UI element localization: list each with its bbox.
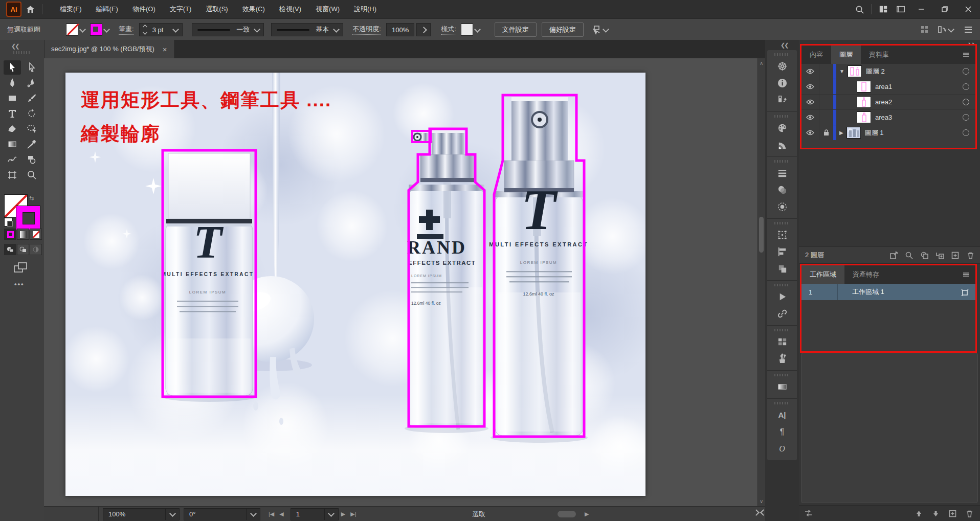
layer-thumbnail[interactable]	[857, 111, 871, 123]
color-guide-icon[interactable]	[767, 137, 797, 153]
first-artboard-icon[interactable]: |◀	[269, 511, 274, 517]
rotation-dropdown[interactable]: 0°	[184, 508, 260, 520]
layer-row[interactable]: area1	[801, 79, 975, 95]
stroke-weight-field[interactable]: 3 pt	[139, 23, 183, 36]
panel-menu-icon[interactable]	[962, 46, 975, 64]
draw-behind-mode-button[interactable]	[17, 244, 29, 255]
draw-normal-mode-button[interactable]	[4, 244, 16, 255]
scroll-down-icon[interactable]: ∨	[760, 499, 763, 504]
layer-thumbnail[interactable]	[847, 127, 861, 139]
new-layer-icon[interactable]	[951, 251, 960, 260]
artboard-name[interactable]: 工作區域 1	[838, 284, 961, 300]
none-button[interactable]	[30, 229, 42, 240]
layer-target-icon[interactable]	[963, 114, 969, 121]
rotation-value[interactable]: 0°	[184, 510, 246, 518]
toolbar-drag-handle[interactable]	[13, 51, 31, 54]
eyedropper-tool[interactable]	[23, 137, 40, 151]
width-profile-dropdown[interactable]: 一致	[192, 23, 264, 36]
panel-menu-icon[interactable]	[962, 265, 975, 284]
pathfinder-icon[interactable]	[767, 260, 797, 277]
workspace-switcher-icon[interactable]	[892, 0, 909, 18]
window-restore-button[interactable]	[933, 0, 956, 18]
next-artboard-icon[interactable]: ▶	[341, 511, 345, 517]
zoom-level-value[interactable]: 100%	[103, 510, 165, 518]
style-swatch[interactable]	[461, 24, 473, 36]
stroke-weight-stepper[interactable]	[142, 24, 148, 35]
artboard-row[interactable]: 1 工作區域 1	[801, 284, 975, 300]
layer-name[interactable]: area2	[875, 98, 892, 106]
lock-toggle[interactable]	[819, 79, 833, 94]
style-dropdown[interactable]	[461, 24, 482, 36]
menu-effect[interactable]: 效果(C)	[235, 0, 272, 18]
canvas-area[interactable]: T MULTI EFFECTS EXTRACT LOREM IPSUM	[44, 58, 765, 506]
horizontal-scroll-thumb[interactable]	[558, 511, 576, 517]
stroke-icon[interactable]	[767, 165, 797, 182]
delete-layer-icon[interactable]	[966, 251, 975, 260]
lock-toggle[interactable]	[819, 95, 833, 109]
layer-row[interactable]: ▼ 圖層 2	[801, 64, 975, 79]
width-tool[interactable]	[4, 152, 21, 167]
menu-help[interactable]: 說明(H)	[347, 0, 384, 18]
stroke-weight-value[interactable]: 3 pt	[149, 26, 167, 34]
transparency-icon[interactable]	[767, 182, 797, 198]
arrange-documents-icon[interactable]	[875, 0, 892, 18]
make-release-clip-icon[interactable]	[889, 251, 898, 260]
tab-libraries[interactable]: 資料庫	[861, 46, 897, 64]
artboard-navigation-value[interactable]: 1	[291, 510, 324, 518]
delete-artboard-icon[interactable]	[965, 509, 974, 518]
layer-row[interactable]: area2	[801, 95, 975, 110]
vertical-scrollbar[interactable]: ∧ ∨	[758, 58, 765, 506]
screen-mode-icon[interactable]	[13, 262, 29, 277]
lock-toggle[interactable]	[819, 110, 833, 125]
actions-icon[interactable]	[767, 288, 797, 305]
layer-name[interactable]: area1	[875, 83, 892, 90]
zoom-level-dropdown[interactable]: 100%	[103, 508, 180, 520]
brushes-icon[interactable]	[767, 350, 797, 367]
window-minimize-button[interactable]	[909, 0, 933, 18]
dashed-circle-icon[interactable]	[767, 198, 797, 215]
transform-icon[interactable]	[767, 226, 797, 243]
eraser-tool[interactable]	[4, 122, 21, 136]
layer-thumbnail[interactable]	[857, 96, 871, 108]
search-icon[interactable]	[851, 0, 868, 18]
preferences-button[interactable]: 偏好設定	[542, 22, 584, 37]
visibility-toggle[interactable]	[801, 79, 819, 94]
gradient-icon[interactable]	[767, 378, 797, 395]
document-arrange-icon[interactable]	[938, 25, 955, 34]
visibility-toggle[interactable]	[801, 110, 819, 125]
layer-thumbnail[interactable]	[848, 65, 862, 77]
shape-builder-tool[interactable]	[23, 152, 40, 167]
edit-toolbar-icon[interactable]: •••	[14, 280, 25, 288]
color-button[interactable]	[4, 229, 16, 240]
selection-tool[interactable]	[4, 60, 21, 75]
menu-window[interactable]: 視窗(W)	[308, 0, 347, 18]
document-tab[interactable]: sec2img.jpg* @ 100 % (RGB/預視) ×	[44, 40, 175, 58]
tab-artboards[interactable]: 工作區域	[801, 265, 844, 284]
artboard-page-icon[interactable]	[961, 284, 969, 300]
align-icon[interactable]	[767, 243, 797, 260]
artboard-navigation-field[interactable]: 1	[291, 508, 339, 520]
info-icon[interactable]	[767, 75, 797, 92]
vertical-scroll-thumb[interactable]	[759, 217, 764, 253]
strip-drag-handle[interactable]	[774, 53, 790, 56]
menu-file[interactable]: 檔案(F)	[53, 0, 89, 18]
tab-close-icon[interactable]: ×	[163, 45, 167, 54]
locate-object-icon[interactable]	[905, 251, 914, 260]
previous-artboard-icon[interactable]: ◀	[279, 511, 283, 517]
rectangle-tool[interactable]	[4, 91, 21, 105]
fill-color-control[interactable]	[66, 24, 87, 36]
layer-name[interactable]: 圖層 1	[865, 128, 884, 138]
layer-target-icon[interactable]	[963, 99, 969, 105]
navigator-icon[interactable]	[767, 58, 797, 75]
visibility-toggle[interactable]	[801, 64, 819, 79]
swap-fill-stroke-icon[interactable]: ⇆	[29, 195, 34, 201]
links-icon[interactable]	[767, 305, 797, 322]
home-icon[interactable]	[21, 0, 39, 18]
move-up-icon[interactable]	[915, 509, 923, 518]
layer-target-icon[interactable]	[963, 129, 969, 136]
collapse-toolbar-icon[interactable]: ❮❮	[11, 43, 18, 50]
visibility-toggle[interactable]	[801, 125, 819, 140]
panel-menu-icon[interactable]	[964, 25, 973, 34]
layer-name[interactable]: area3	[875, 114, 892, 121]
layer-target-icon[interactable]	[963, 68, 969, 75]
